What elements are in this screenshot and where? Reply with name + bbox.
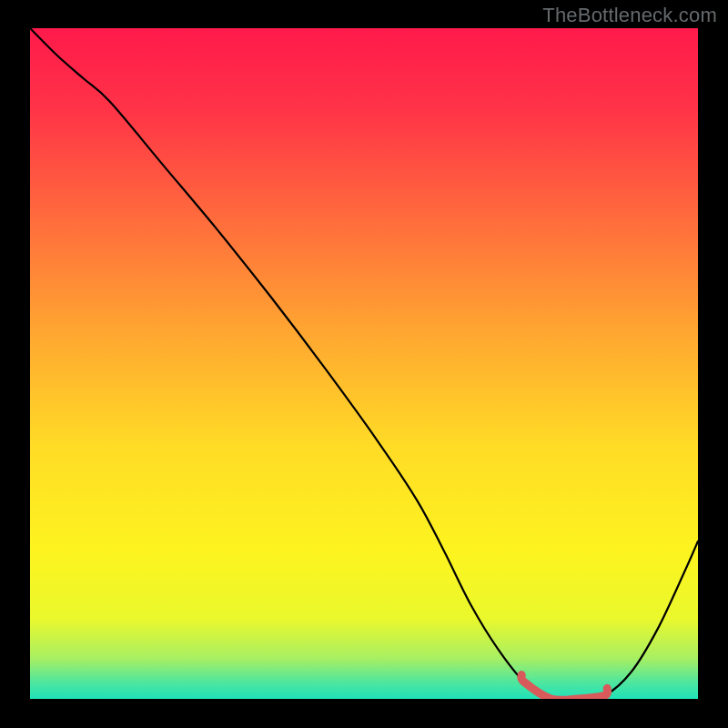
gradient-background — [30, 28, 698, 699]
chart-frame: TheBottleneck.com — [0, 0, 728, 728]
bottleneck-chart — [30, 28, 698, 699]
watermark-text: TheBottleneck.com — [542, 4, 717, 27]
